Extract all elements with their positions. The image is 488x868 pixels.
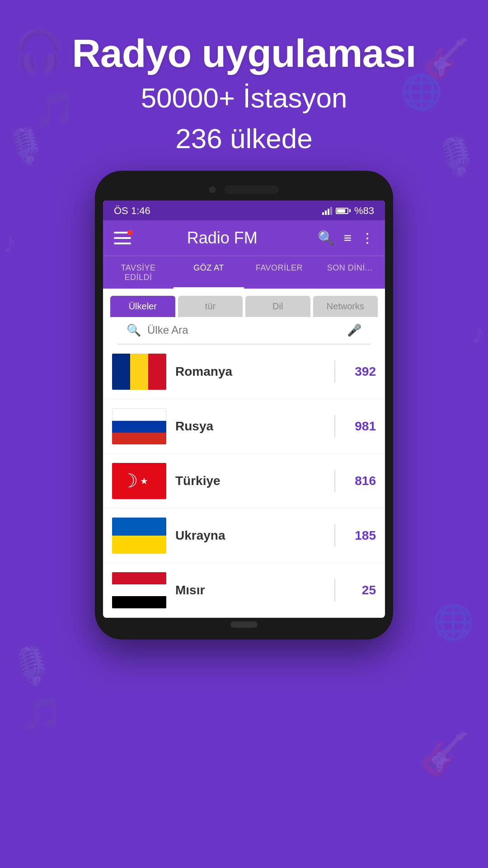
tab-tavsiye[interactable]: TAVSİYE EDİLDİ [103, 256, 174, 289]
country-name: Türkiye [175, 474, 325, 488]
list-item[interactable]: Rusya 981 [103, 399, 385, 454]
status-bar: ÖS 1:46 %83 [103, 201, 385, 220]
flag-egypt [112, 572, 166, 608]
divider [334, 470, 335, 492]
divider [334, 524, 335, 547]
more-options-icon[interactable]: ⋮ [361, 230, 374, 246]
divider [334, 360, 335, 383]
list-item[interactable]: Romanya 392 [103, 345, 385, 399]
toolbar-action-icons: 🔍 ≡ ⋮ [318, 230, 374, 246]
station-count: 185 [344, 528, 376, 543]
menu-line-3 [114, 243, 131, 244]
toolbar-title: Radio FM [134, 229, 310, 247]
divider [334, 415, 335, 438]
phone-camera [209, 187, 216, 193]
phone-screen: ÖS 1:46 %83 [103, 201, 385, 618]
list-item[interactable]: Mısır 25 [103, 563, 385, 618]
flag-ukraine [112, 518, 166, 554]
signal-icon [322, 207, 332, 215]
crescent-symbol: ☽ [121, 470, 138, 492]
flag-russia [112, 408, 166, 444]
country-list: Romanya 392 Rusya 981 [103, 345, 385, 618]
nav-tabs: TAVSİYE EDİLDİ GÖZ AT FAVORİLER SON DİNİ… [103, 256, 385, 289]
phone-bottom-bar [103, 618, 385, 631]
list-item[interactable]: ☽ ★ Türkiye 816 [103, 454, 385, 509]
search-icon-bar: 🔍 [127, 323, 141, 337]
country-name: Ukrayna [175, 528, 325, 543]
phone-mockup: ÖS 1:46 %83 [95, 171, 393, 639]
status-time: ÖS 1:46 [114, 205, 150, 217]
station-count: 816 [344, 474, 376, 488]
list-item[interactable]: Ukrayna 185 [103, 509, 385, 563]
search-icon[interactable]: 🔍 [318, 230, 334, 246]
home-button[interactable] [230, 621, 258, 628]
station-count: 25 [344, 583, 376, 597]
sort-icon[interactable]: ≡ [343, 230, 352, 246]
browse-tabs: Ülkeler tür Dil Networks [103, 289, 385, 317]
phone-top-bar [103, 179, 385, 201]
main-title: Radyo uygulaması [0, 32, 488, 75]
search-input[interactable] [147, 324, 341, 336]
country-name: Mısır [175, 583, 325, 597]
tab-goz-at[interactable]: GÖZ AT [174, 256, 244, 289]
status-right-icons: %83 [322, 205, 374, 217]
app-toolbar: Radio FM 🔍 ≡ ⋮ [103, 220, 385, 256]
search-bar: 🔍 🎤 [117, 317, 371, 345]
battery-percentage: %83 [354, 205, 374, 217]
station-count: 981 [344, 419, 376, 434]
tab-son-dinlenen[interactable]: SON DİNİ... [314, 256, 385, 289]
phone-outer-shell: ÖS 1:46 %83 [95, 171, 393, 639]
mic-icon[interactable]: 🎤 [347, 323, 361, 337]
browse-tab-networks[interactable]: Networks [313, 296, 378, 317]
menu-button[interactable] [114, 232, 131, 244]
notification-dot [127, 230, 133, 235]
menu-line-2 [114, 237, 131, 239]
sub-title-line2: 236 ülkede [0, 121, 488, 157]
station-count: 392 [344, 364, 376, 379]
battery-icon [336, 208, 351, 214]
flag-turkey: ☽ ★ [112, 463, 166, 499]
star-symbol: ★ [140, 476, 148, 486]
country-name: Rusya [175, 419, 325, 434]
phone-speaker [225, 185, 279, 194]
tab-favoriler[interactable]: FAVORİLER [244, 256, 314, 289]
flag-romania [112, 354, 166, 390]
browse-tab-ulkeler[interactable]: Ülkeler [110, 296, 175, 317]
divider [334, 579, 335, 602]
browse-tab-dil[interactable]: Dil [245, 296, 310, 317]
browse-tab-tur[interactable]: tür [178, 296, 243, 317]
header-section: Radyo uygulaması 50000+ İstasyon 236 ülk… [0, 0, 488, 157]
sub-title-line1: 50000+ İstasyon [0, 80, 488, 117]
country-name: Romanya [175, 364, 325, 379]
